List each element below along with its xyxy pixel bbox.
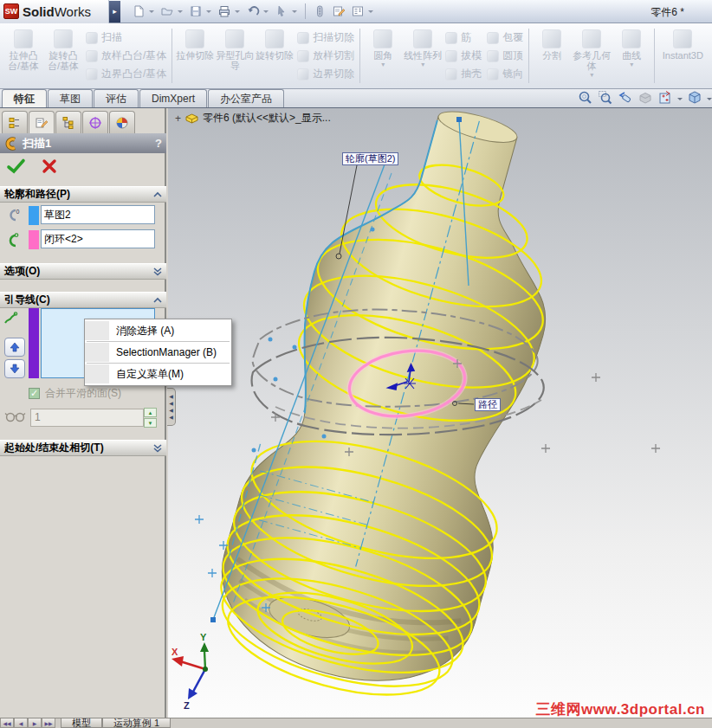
section-view-icon[interactable] — [638, 90, 653, 108]
pattern-dropdown[interactable]: ▾ — [421, 62, 424, 67]
section-options[interactable]: 选项(O) — [0, 263, 166, 280]
menu-item-customize-menu[interactable]: 自定义菜单(M) — [85, 364, 231, 383]
tab-dimxpert[interactable]: DimXpert — [139, 89, 207, 107]
rebuild-icon[interactable] — [310, 2, 329, 21]
view-orientation-icon[interactable] — [657, 90, 673, 108]
mirror-button[interactable]: 镜向 — [487, 67, 523, 81]
extruded-cut-button[interactable]: 拉伸切除 — [175, 25, 215, 87]
section-tangency[interactable]: 起始处/结束处相切(T) — [0, 440, 166, 456]
options-icon[interactable] — [348, 2, 367, 21]
open-dropdown[interactable] — [178, 10, 183, 13]
next-tab-button[interactable]: ▶ — [28, 718, 42, 728]
motion-study-tab[interactable]: 运动算例 1 — [102, 718, 171, 728]
previous-view-icon[interactable] — [618, 90, 633, 108]
last-tab-button[interactable]: ▶▶ — [42, 718, 55, 728]
print-dropdown[interactable] — [235, 10, 240, 13]
new-document-icon[interactable] — [129, 2, 148, 21]
group-separator — [528, 29, 529, 83]
menu-flyout-button[interactable]: ▸ — [109, 1, 120, 23]
spin-up-button[interactable]: ▲ — [144, 408, 157, 417]
section-number-field[interactable]: 1 — [30, 409, 144, 427]
flyout-feature-tree[interactable]: + 零件6 (默认<<默认>_显示... — [175, 111, 331, 126]
save-dropdown[interactable] — [206, 10, 211, 13]
sweep-button[interactable]: 扫描 — [86, 30, 166, 45]
prev-tab-button[interactable]: ◀ — [14, 718, 28, 728]
instant3d-icon — [673, 29, 692, 48]
boundary-boss-button[interactable]: 边界凸台/基体 — [86, 67, 166, 81]
save-icon[interactable] — [186, 2, 205, 21]
extruded-boss-button[interactable]: 拉伸凸台/基体 — [3, 25, 43, 87]
curves-dropdown[interactable]: ▾ — [630, 62, 633, 67]
spin-down-button[interactable]: ▼ — [144, 418, 157, 428]
merge-smooth-checkbox[interactable]: ✓ — [29, 388, 40, 399]
reference-geometry-button[interactable]: 参考几何体▾ — [572, 25, 612, 87]
undo-dropdown[interactable] — [263, 10, 269, 13]
hole-wizard-button[interactable]: 异型孔向导 — [215, 25, 255, 87]
tab-feature-manager[interactable] — [2, 111, 28, 133]
split-button[interactable]: 分割 — [532, 25, 572, 87]
dome-button[interactable]: 圆顶 — [487, 48, 523, 63]
model-tab[interactable]: 模型 — [61, 718, 102, 728]
swept-cut-button[interactable]: 扫描切除 — [297, 30, 354, 45]
fillet-button[interactable]: 圆角▾ — [363, 25, 403, 87]
draft-button[interactable]: 拔模 — [445, 48, 482, 63]
axis-z-label: Z — [184, 700, 190, 711]
new-dropdown[interactable] — [149, 10, 154, 13]
move-down-button[interactable] — [4, 359, 25, 378]
tab-dimxpert-manager[interactable] — [82, 111, 108, 133]
instant3d-button[interactable]: Instant3D — [657, 25, 708, 87]
tab-evaluate[interactable]: 评估 — [94, 89, 139, 107]
tab-display-manager[interactable] — [109, 111, 135, 133]
tab-sketch[interactable]: 草图 — [48, 89, 93, 107]
wrap-button[interactable]: 包覆 — [487, 30, 523, 45]
graphics-viewport[interactable]: + 零件6 (默认<<默认>_显示... — [168, 108, 712, 718]
lofted-cut-button[interactable]: 放样切割 — [297, 48, 354, 63]
tab-features[interactable]: 特征 — [2, 89, 47, 107]
tab-property-manager[interactable] — [29, 111, 55, 133]
boundary-cut-button[interactable]: 边界切除 — [297, 67, 354, 81]
first-tab-button[interactable]: ◀◀ — [0, 718, 14, 728]
view-orientation-dropdown[interactable] — [677, 98, 683, 100]
tab-office-products[interactable]: 办公室产品 — [208, 89, 284, 107]
undo-icon[interactable] — [243, 2, 262, 21]
revolved-boss-button[interactable]: 旋转凸台/基体 — [43, 25, 83, 87]
zoom-to-area-icon[interactable] — [598, 90, 613, 108]
tree-expand-toggle[interactable]: + — [175, 113, 181, 125]
options-dropdown[interactable] — [368, 10, 373, 13]
section-guide-curves[interactable]: 引导线(C) — [0, 292, 166, 308]
select-cursor-icon[interactable] — [272, 2, 291, 21]
refgeo-dropdown[interactable]: ▾ — [590, 73, 593, 77]
open-document-icon[interactable] — [158, 2, 177, 21]
fillet-dropdown[interactable]: ▾ — [381, 62, 385, 67]
axis-y-label: Y — [200, 632, 207, 642]
title-bar: SW SolidWorks ▸ 零件6 * — [0, 0, 712, 23]
zoom-to-fit-icon[interactable] — [578, 90, 593, 108]
display-style-dropdown[interactable] — [707, 98, 712, 100]
part-icon — [184, 113, 199, 125]
help-button[interactable]: ? — [155, 137, 162, 150]
menu-item-clear-selections[interactable]: 消除选择 (A) — [85, 321, 231, 340]
cancel-button[interactable] — [41, 158, 58, 175]
select-dropdown[interactable] — [292, 10, 297, 13]
profile-input[interactable]: 草图2 — [41, 205, 155, 224]
rib-button[interactable]: 筋 — [445, 30, 482, 45]
model-view: X Y Z — [168, 108, 712, 718]
panel-splitter-handle[interactable]: ◀◀◀◀ — [167, 388, 176, 426]
profile-selector-icon: 0 — [4, 207, 22, 224]
path-input[interactable]: 闭环<2> — [41, 229, 155, 248]
shell-button[interactable]: 抽壳 — [445, 67, 482, 81]
display-style-icon[interactable] — [687, 90, 702, 108]
toolbar-separator — [305, 3, 306, 19]
linear-pattern-button[interactable]: 线性阵列▾ — [403, 25, 443, 87]
move-up-button[interactable] — [4, 338, 25, 357]
revolved-cut-button[interactable]: 旋转切除 — [255, 25, 295, 87]
menu-item-selection-manager[interactable]: SelectionManager (B) — [85, 343, 231, 362]
print-icon[interactable] — [215, 2, 234, 21]
loft-button[interactable]: 放样凸台/基体 — [86, 48, 166, 63]
tab-configuration-manager[interactable] — [55, 111, 81, 133]
section-profile-path[interactable]: 轮廓和路径(P) — [0, 186, 166, 203]
file-properties-icon[interactable] — [329, 2, 348, 21]
curves-button[interactable]: 曲线▾ — [612, 25, 651, 87]
ok-button[interactable] — [6, 158, 27, 175]
menu-separator — [87, 363, 230, 364]
